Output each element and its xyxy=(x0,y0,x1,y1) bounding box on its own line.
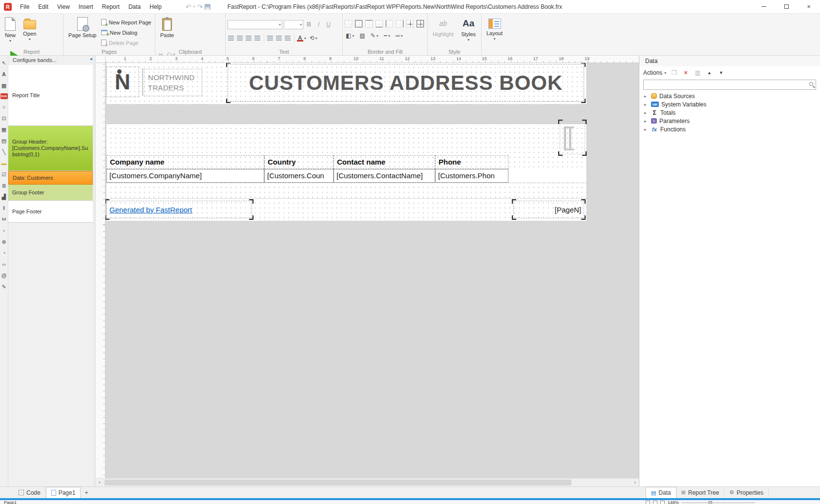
maximize-button[interactable] xyxy=(775,0,798,14)
italic-button[interactable]: I xyxy=(315,21,323,29)
align-left-icon[interactable] xyxy=(228,35,235,41)
expander-icon[interactable]: ▸ xyxy=(644,127,649,132)
border-top-button[interactable] xyxy=(365,20,373,27)
brand-text-object[interactable]: NORTHWIND TRADERS xyxy=(144,69,202,96)
continuous-view-icon[interactable] xyxy=(653,501,657,504)
expander-icon[interactable]: ▸ xyxy=(644,119,649,124)
line-width-button[interactable]: ═▾ xyxy=(395,31,404,40)
expander-icon[interactable]: ▸ xyxy=(644,110,649,115)
save-icon[interactable] xyxy=(205,4,210,10)
align-justify-icon[interactable] xyxy=(254,35,261,41)
new-report-page-button[interactable]: New Report Page xyxy=(101,18,151,26)
redo-icon[interactable]: ↷ xyxy=(197,3,203,11)
matrix-tool[interactable]: ▤ xyxy=(0,137,8,144)
band-group-header[interactable]: Group Header: [Customers.CompanyName].Su… xyxy=(8,126,93,171)
checkbox-tool[interactable]: ☑ xyxy=(0,171,8,178)
border-all-button[interactable] xyxy=(355,20,362,27)
data-cell-phone[interactable]: [Customers.Phon xyxy=(435,169,508,183)
generated-by-link[interactable]: Generated by FastReport xyxy=(109,206,192,214)
horizontal-scrollbar[interactable]: ‹ › xyxy=(96,478,639,486)
menu-insert[interactable]: Insert xyxy=(74,0,98,14)
align-bottom-icon[interactable] xyxy=(284,35,292,41)
page-number-tool[interactable]: 12 xyxy=(0,216,8,223)
expander-icon[interactable]: ▸ xyxy=(644,94,649,99)
border-bottom-button[interactable] xyxy=(376,20,383,27)
delete-page-button[interactable]: Delete Page xyxy=(101,39,151,47)
view-icon[interactable]: ▥ xyxy=(694,69,701,77)
configure-bands-button[interactable]: Configure bands... xyxy=(8,56,93,65)
signature-tool[interactable]: ✎ xyxy=(0,283,8,290)
chart-tool[interactable]: ▟ xyxy=(0,193,8,200)
paste-button[interactable]: Paste xyxy=(157,15,177,47)
logo-object[interactable]: N xyxy=(106,66,139,97)
header-cell-contact-name[interactable]: Contact name xyxy=(334,155,435,169)
single-page-view-icon[interactable] xyxy=(646,501,650,504)
undo-dropdown-icon[interactable]: ▾ xyxy=(193,4,195,9)
data-cell-company-name[interactable]: [Customers.CompanyName] xyxy=(106,169,264,183)
tree-item-functions[interactable]: ▸ fx Functions xyxy=(639,125,820,133)
border-none-button[interactable] xyxy=(345,20,352,27)
text-color-button[interactable]: A▾ xyxy=(297,34,307,42)
line-style-button[interactable]: ┅▾ xyxy=(383,31,391,40)
tree-item-parameters[interactable]: ▸ x Parameters xyxy=(639,117,820,125)
zoom-slider[interactable] xyxy=(682,501,755,504)
menu-help[interactable]: Help xyxy=(145,0,166,14)
open-button[interactable]: Open ▾ xyxy=(20,15,39,47)
header-cell-phone[interactable]: Phone xyxy=(435,155,508,169)
actions-dropdown[interactable]: Actions▾ xyxy=(643,69,666,76)
header-cell-country[interactable]: Country xyxy=(264,155,334,169)
tab-data[interactable]: ▤ Data xyxy=(646,487,676,498)
minimize-button[interactable] xyxy=(753,0,775,14)
line-color-button[interactable]: ✎▾ xyxy=(370,31,379,40)
text-tool[interactable]: A xyxy=(0,71,8,78)
header-cell-company-name[interactable]: Company name xyxy=(106,155,264,169)
email-tool[interactable]: @ xyxy=(0,272,8,279)
close-button[interactable]: × xyxy=(798,0,820,14)
move-down-icon[interactable]: ▼ xyxy=(717,69,725,77)
richtext-tool[interactable]: ≣ xyxy=(0,182,8,189)
band-group-footer[interactable]: Group Footer xyxy=(8,185,93,201)
band-data[interactable]: Data: Customers xyxy=(8,171,93,185)
font-family-combo[interactable]: ▾ xyxy=(228,20,282,29)
bold-button[interactable]: B xyxy=(305,21,313,29)
tree-item-totals[interactable]: ▸ Σ Totals xyxy=(639,108,820,117)
map-tool[interactable]: ⊕ xyxy=(0,238,8,245)
fill-color-button[interactable]: ◧▾ xyxy=(345,31,355,40)
barcode-tool[interactable]: ‖ xyxy=(0,205,8,211)
underline-button[interactable]: U xyxy=(324,21,333,29)
menu-view[interactable]: View xyxy=(53,0,74,14)
move-up-icon[interactable]: ▲ xyxy=(705,69,713,77)
text-rotation-button[interactable]: ⟲▾ xyxy=(309,34,318,42)
tab-report-tree[interactable]: ⊞ Report Tree xyxy=(676,487,725,498)
line-tool[interactable]: ╲ xyxy=(0,148,8,155)
add-page-button[interactable]: + xyxy=(81,487,92,498)
page-setup-button[interactable]: Page Setup xyxy=(65,15,100,47)
layout-dropdown-icon[interactable]: ▾ xyxy=(494,37,496,41)
tree-item-system-variables[interactable]: ▸ var System Variables xyxy=(639,100,820,108)
align-center-icon[interactable] xyxy=(236,35,244,41)
menu-edit[interactable]: Edit xyxy=(34,0,53,14)
open-dropdown-icon[interactable]: ▾ xyxy=(29,37,31,42)
scrollbar-thumb[interactable] xyxy=(105,480,571,485)
generated-by-link-object[interactable]: Generated by FastReport xyxy=(106,201,252,218)
menu-file[interactable]: File xyxy=(16,0,34,14)
cellular-text-tool[interactable]: ▫ xyxy=(0,227,8,234)
new-button[interactable]: New ▾ xyxy=(2,15,19,47)
border-inside-button[interactable] xyxy=(406,20,414,27)
subreport-tool[interactable]: ⊡ xyxy=(0,115,8,122)
styles-dropdown-icon[interactable]: ▾ xyxy=(467,38,469,42)
page-number-object[interactable]: [PageN] xyxy=(513,201,584,218)
picture-tool[interactable]: ▩ xyxy=(0,82,8,89)
tab-code[interactable]: ‹› Code xyxy=(14,487,46,498)
group-footer-band[interactable] xyxy=(106,183,587,199)
band-page-footer[interactable]: Page Footer xyxy=(8,201,93,223)
align-top-icon[interactable] xyxy=(267,35,274,41)
delete-icon[interactable]: × xyxy=(682,69,690,77)
border-all-inside-button[interactable] xyxy=(417,20,424,27)
data-cell-country[interactable]: [Customers.Coun xyxy=(264,169,334,183)
shape-tool[interactable]: ○ xyxy=(0,104,8,110)
table-tool[interactable]: ▦ xyxy=(0,126,8,133)
data-cell-contact-name[interactable]: [Customers.ContactName] xyxy=(334,169,435,183)
border-right-button[interactable] xyxy=(396,20,403,27)
html-tool[interactable]: ‹› xyxy=(0,261,8,268)
